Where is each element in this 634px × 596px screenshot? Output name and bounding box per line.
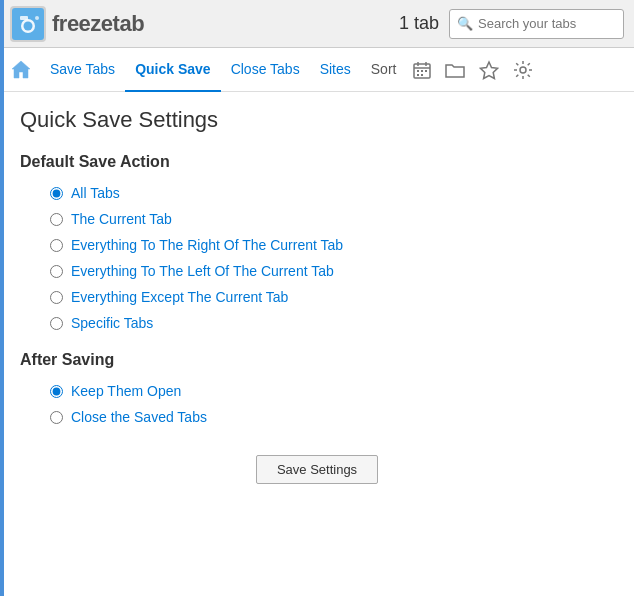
radio-keep-open[interactable]: Keep Them Open (50, 383, 614, 399)
radio-left-of-current[interactable]: Everything To The Left Of The Current Ta… (50, 263, 614, 279)
nav-home[interactable] (10, 48, 40, 92)
nav-star-icon[interactable] (472, 48, 506, 92)
radio-specific-tabs-label: Specific Tabs (71, 315, 153, 331)
page-title: Quick Save Settings (20, 107, 614, 133)
radio-right-of-current[interactable]: Everything To The Right Of The Current T… (50, 237, 614, 253)
radio-specific-tabs-input[interactable] (50, 317, 63, 330)
search-input[interactable] (478, 16, 616, 31)
nav-sort[interactable]: Sort (361, 48, 407, 92)
logo-icon (10, 6, 46, 42)
logo-area: freezetab (10, 6, 144, 42)
radio-current-tab-input[interactable] (50, 213, 63, 226)
radio-all-tabs[interactable]: All Tabs (50, 185, 614, 201)
svg-point-3 (24, 21, 33, 30)
nav-save-tabs[interactable]: Save Tabs (40, 48, 125, 92)
radio-except-current[interactable]: Everything Except The Current Tab (50, 289, 614, 305)
radio-right-of-current-label: Everything To The Right Of The Current T… (71, 237, 343, 253)
logo-text: freezetab (52, 11, 144, 37)
after-saving-title: After Saving (20, 351, 614, 369)
after-saving-section: After Saving Keep Them Open Close the Sa… (20, 351, 614, 425)
radio-current-tab[interactable]: The Current Tab (50, 211, 614, 227)
svg-rect-12 (421, 70, 423, 72)
radio-keep-open-input[interactable] (50, 385, 63, 398)
save-button-wrapper: Save Settings (20, 455, 614, 484)
nav-quick-save[interactable]: Quick Save (125, 48, 221, 92)
radio-left-of-current-input[interactable] (50, 265, 63, 278)
radio-all-tabs-label: All Tabs (71, 185, 120, 201)
radio-all-tabs-input[interactable] (50, 187, 63, 200)
nav-calendar-icon[interactable] (406, 48, 438, 92)
left-accent-bar (0, 0, 4, 596)
default-save-action-section: Default Save Action All Tabs The Current… (20, 153, 614, 331)
radio-right-of-current-input[interactable] (50, 239, 63, 252)
svg-point-5 (35, 16, 39, 20)
default-save-action-radio-group: All Tabs The Current Tab Everything To T… (50, 185, 614, 331)
svg-rect-13 (425, 70, 427, 72)
svg-rect-4 (20, 16, 28, 20)
svg-point-17 (520, 67, 526, 73)
nav-settings-icon[interactable] (506, 48, 540, 92)
default-save-action-title: Default Save Action (20, 153, 614, 171)
radio-current-tab-label: The Current Tab (71, 211, 172, 227)
nav-bar: Save Tabs Quick Save Close Tabs Sites So… (0, 48, 634, 92)
radio-except-current-input[interactable] (50, 291, 63, 304)
nav-close-tabs[interactable]: Close Tabs (221, 48, 310, 92)
radio-keep-open-label: Keep Them Open (71, 383, 181, 399)
tab-count: 1 tab (399, 13, 439, 34)
radio-specific-tabs[interactable]: Specific Tabs (50, 315, 614, 331)
header: freezetab 1 tab 🔍 (0, 0, 634, 48)
svg-rect-15 (421, 74, 423, 76)
search-icon: 🔍 (457, 16, 473, 31)
radio-close-saved-label: Close the Saved Tabs (71, 409, 207, 425)
svg-marker-16 (481, 62, 498, 79)
save-settings-button[interactable]: Save Settings (256, 455, 378, 484)
home-icon (10, 58, 32, 80)
svg-rect-14 (417, 74, 419, 76)
radio-close-saved[interactable]: Close the Saved Tabs (50, 409, 614, 425)
svg-rect-11 (417, 70, 419, 72)
search-box[interactable]: 🔍 (449, 9, 624, 39)
after-saving-radio-group: Keep Them Open Close the Saved Tabs (50, 383, 614, 425)
radio-left-of-current-label: Everything To The Left Of The Current Ta… (71, 263, 334, 279)
nav-folder-icon[interactable] (438, 48, 472, 92)
nav-sites[interactable]: Sites (310, 48, 361, 92)
svg-marker-6 (12, 61, 30, 78)
radio-except-current-label: Everything Except The Current Tab (71, 289, 288, 305)
radio-close-saved-input[interactable] (50, 411, 63, 424)
main-content: Quick Save Settings Default Save Action … (0, 92, 634, 499)
